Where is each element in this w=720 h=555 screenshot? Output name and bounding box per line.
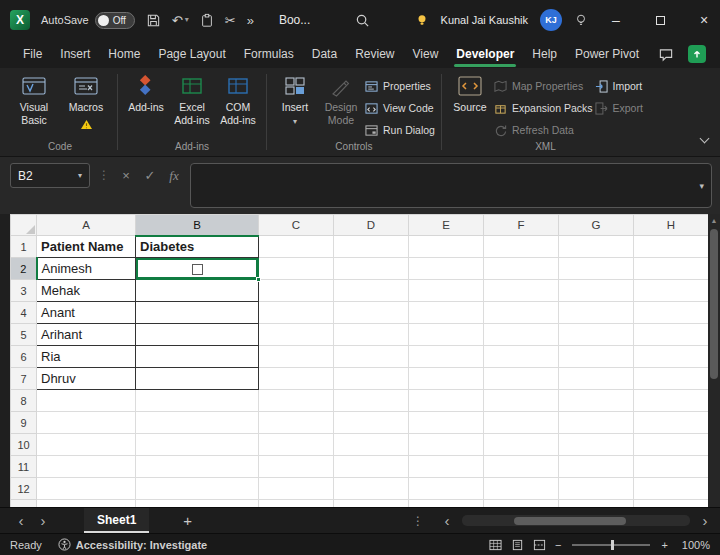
design-mode-button[interactable]: Design Mode (319, 75, 363, 126)
cell[interactable] (259, 280, 334, 302)
cell[interactable] (634, 434, 709, 456)
cell[interactable] (259, 412, 334, 434)
sheet-menu-dots-icon[interactable]: ⋮ (412, 514, 424, 528)
cell-b4[interactable] (136, 302, 259, 324)
cell[interactable] (259, 478, 334, 500)
cell[interactable] (409, 500, 484, 508)
export-button[interactable]: Export (595, 99, 643, 117)
zoom-out-button[interactable]: − (555, 539, 561, 551)
tab-formulas[interactable]: Formulas (235, 40, 303, 68)
cell[interactable] (484, 302, 559, 324)
cell[interactable] (409, 258, 484, 280)
cell[interactable] (634, 412, 709, 434)
cell-b3[interactable] (136, 280, 259, 302)
cell[interactable] (484, 346, 559, 368)
cell[interactable] (409, 280, 484, 302)
insert-function-button[interactable]: fx (166, 163, 182, 188)
hscroll-right-button[interactable]: › (694, 513, 716, 528)
cell[interactable] (136, 500, 259, 508)
cell[interactable] (409, 390, 484, 412)
com-add-ins-button[interactable]: COM Add-ins (216, 75, 260, 126)
cell-b7[interactable] (136, 368, 259, 390)
column-header-b[interactable]: B (136, 215, 259, 236)
cell[interactable] (484, 324, 559, 346)
cell[interactable] (334, 500, 409, 508)
tab-help[interactable]: Help (523, 40, 566, 68)
cell-b2-active[interactable] (136, 258, 259, 280)
cell[interactable] (334, 346, 409, 368)
cell[interactable] (484, 280, 559, 302)
avatar[interactable]: KJ (540, 9, 562, 31)
cell[interactable] (37, 434, 136, 456)
cell[interactable] (409, 478, 484, 500)
autosave-toggle[interactable]: AutoSave Off (41, 12, 135, 29)
column-header-d[interactable]: D (334, 215, 409, 236)
cell[interactable] (259, 346, 334, 368)
cell[interactable] (409, 412, 484, 434)
select-all-button[interactable] (11, 215, 37, 236)
save-button[interactable] (146, 13, 161, 28)
row-header-6[interactable]: 6 (11, 346, 37, 368)
refresh-data-button[interactable]: Refresh Data (494, 121, 593, 139)
search-icon[interactable] (355, 13, 370, 28)
tab-data[interactable]: Data (303, 40, 346, 68)
cell[interactable] (634, 500, 709, 508)
undo-button[interactable]: ↶ ▾ (172, 14, 189, 27)
column-header-c[interactable]: C (259, 215, 334, 236)
cell[interactable] (559, 236, 634, 258)
cell[interactable] (334, 236, 409, 258)
cell[interactable] (37, 478, 136, 500)
column-header-h[interactable]: H (634, 215, 709, 236)
cell-a1[interactable]: Patient Name (37, 236, 136, 258)
cell[interactable] (37, 456, 136, 478)
cell[interactable] (334, 368, 409, 390)
cell[interactable] (334, 390, 409, 412)
cell[interactable] (409, 434, 484, 456)
sheet-tab-sheet1[interactable]: Sheet1 (84, 508, 149, 533)
cell[interactable] (334, 258, 409, 280)
sheet-nav-right-button[interactable]: › (32, 513, 54, 528)
view-code-button[interactable]: View Code (365, 99, 435, 117)
insert-control-button[interactable]: Insert ▾ (273, 75, 317, 126)
cell[interactable] (559, 302, 634, 324)
cell[interactable] (136, 434, 259, 456)
diabetes-checkbox[interactable] (192, 264, 203, 275)
normal-view-button[interactable] (489, 539, 502, 551)
cell[interactable] (559, 478, 634, 500)
cell[interactable] (484, 412, 559, 434)
cell[interactable] (409, 368, 484, 390)
document-title[interactable]: Boo... (279, 13, 310, 27)
cell[interactable] (484, 236, 559, 258)
import-button[interactable]: Import (595, 77, 643, 95)
cell[interactable] (634, 302, 709, 324)
row-header-11[interactable]: 11 (11, 456, 37, 478)
cell[interactable] (409, 456, 484, 478)
cell[interactable] (409, 346, 484, 368)
cell[interactable] (259, 236, 334, 258)
tab-home[interactable]: Home (99, 40, 149, 68)
lightbulb-icon[interactable] (574, 13, 588, 27)
cell[interactable] (136, 412, 259, 434)
cancel-button[interactable]: × (118, 163, 134, 188)
cell[interactable] (634, 390, 709, 412)
more-commands-button[interactable]: » (247, 14, 254, 27)
cell[interactable] (634, 324, 709, 346)
cell[interactable] (634, 368, 709, 390)
excel-logo[interactable]: X (10, 10, 30, 30)
name-box[interactable]: B2 ▾ (10, 163, 90, 188)
cell[interactable] (559, 258, 634, 280)
row-header-7[interactable]: 7 (11, 368, 37, 390)
cell[interactable] (259, 390, 334, 412)
excel-add-ins-button[interactable]: Excel Add-ins (170, 75, 214, 126)
user-name[interactable]: Kunal Jai Kaushik (441, 14, 528, 26)
zoom-slider[interactable] (572, 544, 650, 546)
zoom-in-button[interactable]: + (661, 539, 667, 551)
cell[interactable] (484, 434, 559, 456)
cell[interactable] (484, 258, 559, 280)
cell[interactable] (559, 324, 634, 346)
horizontal-scrollbar[interactable] (462, 515, 690, 526)
tab-file[interactable]: File (14, 40, 51, 68)
cell[interactable] (334, 412, 409, 434)
cell[interactable] (559, 368, 634, 390)
zoom-slider-thumb[interactable] (611, 540, 614, 550)
